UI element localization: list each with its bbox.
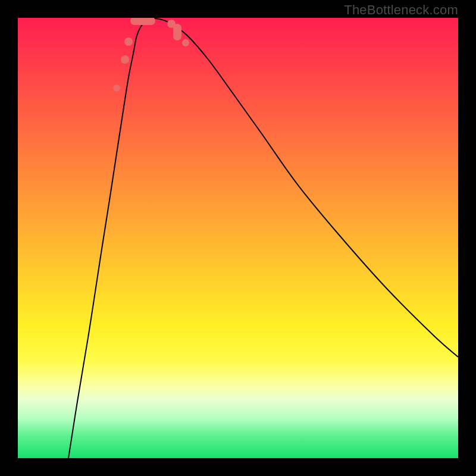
plot-area [18, 18, 458, 458]
chart-frame: TheBottleneck.com [0, 0, 476, 476]
bottleneck-curve [68, 18, 458, 458]
curve-layer [18, 18, 458, 458]
marker-pill [173, 24, 181, 40]
marker-pill [130, 18, 155, 25]
marker-dot [124, 37, 133, 46]
marker-dot [121, 55, 129, 64]
curve-markers [113, 18, 189, 92]
marker-dot [113, 84, 120, 92]
watermark-text: TheBottleneck.com [344, 2, 458, 18]
marker-dot [182, 39, 189, 46]
